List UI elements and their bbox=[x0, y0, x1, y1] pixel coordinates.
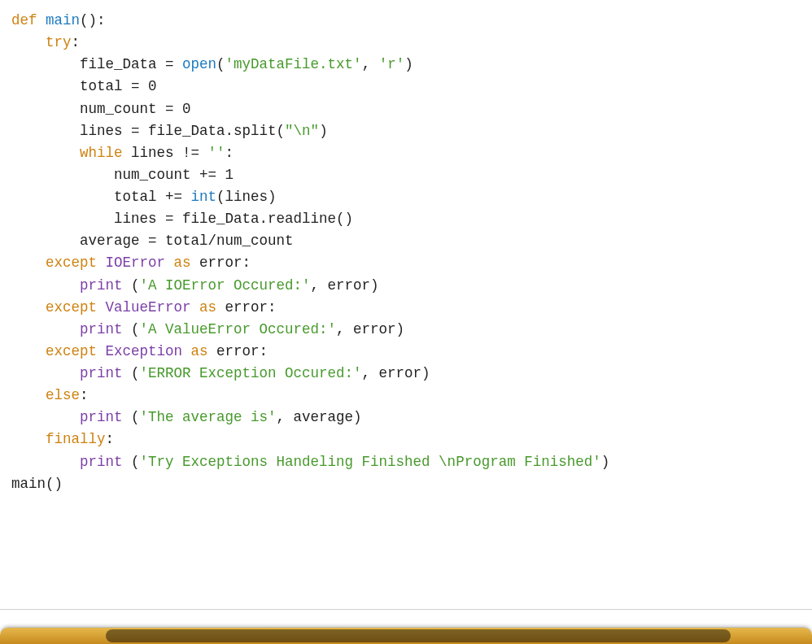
token-op: += bbox=[199, 167, 225, 183]
token-fn: main bbox=[46, 12, 80, 28]
token-kw: as bbox=[182, 343, 216, 359]
token-op: ) bbox=[601, 454, 610, 470]
token-id: error bbox=[216, 343, 260, 359]
token-num: 1 bbox=[225, 167, 234, 183]
token-id: file_Data.split( bbox=[148, 123, 285, 139]
token-op: ( bbox=[131, 454, 140, 470]
token-op: ( bbox=[131, 321, 140, 337]
token-op: = bbox=[165, 56, 182, 72]
token-call: print bbox=[80, 277, 131, 294]
token-op: , bbox=[362, 56, 379, 72]
token-fn: open bbox=[182, 56, 216, 72]
token-op: , error) bbox=[336, 321, 404, 337]
code-line: file_Data = open('myDataFile.txt', 'r') bbox=[11, 54, 801, 76]
token-id: total bbox=[114, 189, 165, 205]
token-str: Program Finished' bbox=[456, 454, 601, 470]
token-op: = bbox=[131, 78, 148, 94]
token-op: ( bbox=[131, 409, 140, 425]
token-op: , error) bbox=[362, 365, 430, 381]
token-op: ( bbox=[131, 365, 140, 381]
token-kw: except bbox=[46, 255, 106, 271]
token-id: lines bbox=[80, 123, 131, 139]
token-kw: finally bbox=[46, 431, 106, 447]
token-op: : bbox=[80, 387, 89, 403]
token-id: total bbox=[165, 233, 208, 249]
token-str: 'ERROR Exception Occured:' bbox=[140, 365, 362, 381]
token-clsv: IOError bbox=[106, 255, 166, 271]
token-kw: as bbox=[165, 255, 199, 271]
token-str: 'A IOError Occured:' bbox=[140, 277, 311, 294]
token-call: print bbox=[80, 454, 131, 470]
token-str: 'Try Exceptions Handeling Finished bbox=[140, 454, 439, 470]
token-id: error bbox=[199, 255, 242, 271]
code-line: main() bbox=[11, 473, 801, 495]
code-line: try: bbox=[11, 32, 801, 54]
token-kw: except bbox=[46, 343, 106, 359]
token-id: total bbox=[80, 78, 131, 94]
token-str: 'The average is' bbox=[140, 409, 277, 425]
token-call: print bbox=[80, 321, 131, 337]
token-id: num_count bbox=[80, 101, 165, 117]
token-op: : bbox=[72, 34, 81, 50]
token-id: file_Data bbox=[80, 56, 165, 72]
token-op: ) bbox=[404, 56, 413, 72]
token-op: += bbox=[165, 189, 191, 205]
token-esc: \n bbox=[439, 454, 456, 470]
token-esc: \n bbox=[294, 123, 311, 139]
code-line: print ('ERROR Exception Occured:', error… bbox=[11, 363, 801, 385]
token-op: = bbox=[165, 101, 182, 117]
code-line: while lines != '': bbox=[11, 142, 801, 164]
code-line: finally: bbox=[11, 429, 801, 450]
token-id: num_count bbox=[114, 167, 199, 183]
token-op: : bbox=[268, 299, 277, 315]
token-kw: try bbox=[46, 34, 72, 50]
token-op: ) bbox=[319, 123, 328, 139]
token-call: print bbox=[80, 365, 131, 381]
token-clsv: ValueError bbox=[106, 299, 191, 315]
dock-bar bbox=[0, 627, 812, 644]
token-num: 0 bbox=[148, 78, 157, 94]
token-str: 'A ValueError Occured:' bbox=[140, 321, 337, 337]
code-line: num_count += 1 bbox=[11, 164, 801, 186]
token-id: error bbox=[225, 299, 268, 315]
token-id: lines bbox=[114, 211, 165, 227]
token-op: , error) bbox=[311, 277, 379, 294]
token-id: average bbox=[80, 233, 148, 249]
token-op: ( bbox=[131, 277, 140, 294]
token-str: 'myDataFile.txt' bbox=[225, 56, 362, 72]
token-op: ( bbox=[216, 56, 225, 72]
token-call: print bbox=[80, 409, 131, 425]
token-id: file_Data.readline() bbox=[182, 211, 353, 227]
token-id: num_count bbox=[216, 233, 294, 249]
code-line: total += int(lines) bbox=[11, 186, 801, 208]
token-kw: as bbox=[191, 299, 225, 315]
token-op: : bbox=[106, 431, 115, 447]
code-line: except Exception as error: bbox=[11, 341, 801, 363]
code-line: except ValueError as error: bbox=[11, 297, 801, 319]
token-op: = bbox=[148, 233, 165, 249]
code-line: lines = file_Data.split("\n") bbox=[11, 120, 801, 142]
token-str: '' bbox=[208, 145, 225, 161]
code-line: else: bbox=[11, 385, 801, 407]
token-id: lines bbox=[131, 145, 182, 161]
token-clsv: Exception bbox=[106, 343, 183, 359]
code-line: except IOError as error: bbox=[11, 252, 801, 274]
token-op: / bbox=[208, 233, 217, 249]
token-op: != bbox=[182, 145, 208, 161]
token-str: " bbox=[285, 123, 294, 139]
code-line: def main(): bbox=[11, 10, 801, 32]
code-line: print ('A ValueError Occured:', error) bbox=[11, 319, 801, 341]
token-kw: while bbox=[80, 145, 131, 161]
token-kw: except bbox=[46, 299, 106, 315]
token-kw: def bbox=[11, 12, 46, 28]
token-id: main() bbox=[11, 476, 63, 492]
token-op: , average) bbox=[277, 409, 362, 425]
token-str: 'r' bbox=[379, 56, 405, 72]
token-op: (lines) bbox=[216, 189, 277, 205]
code-line: num_count = 0 bbox=[11, 98, 801, 120]
code-block: def main(): try: file_Data = open('myDat… bbox=[11, 10, 801, 495]
token-kw: else bbox=[46, 387, 80, 403]
panel-divider bbox=[0, 609, 812, 610]
code-line: lines = file_Data.readline() bbox=[11, 208, 801, 230]
code-line: print ('A IOError Occured:', error) bbox=[11, 275, 801, 297]
